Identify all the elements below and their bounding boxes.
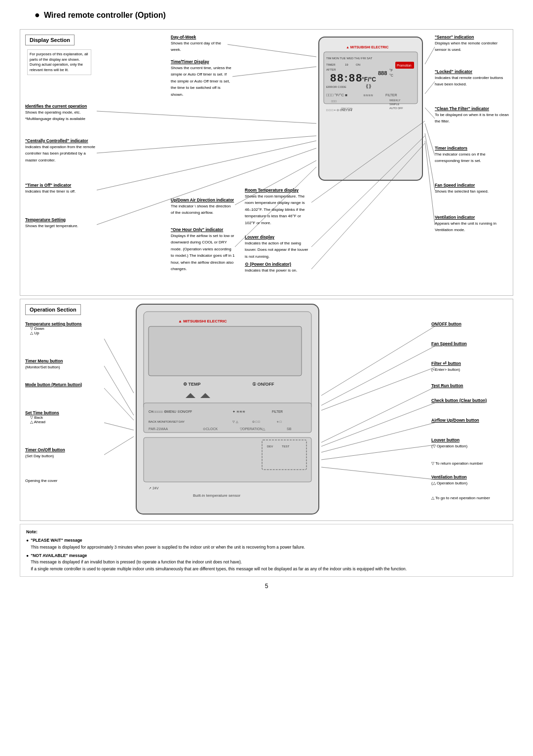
svg-line-79 xyxy=(321,423,435,452)
operation-section-diagram: Operation Section Temperature setting bu… xyxy=(20,299,513,521)
page-number: 5 xyxy=(20,583,513,590)
display-section-diagram: Display Section For purposes of this exp… xyxy=(20,29,513,296)
svg-line-81 xyxy=(321,467,435,479)
svg-line-69 xyxy=(104,339,134,393)
svg-line-70 xyxy=(104,366,134,415)
svg-line-74 xyxy=(321,326,435,396)
svg-line-39 xyxy=(425,108,435,119)
note-please-wait: ● "PLEASE WAIT" message This message is … xyxy=(26,537,507,551)
svg-line-32 xyxy=(235,160,316,205)
svg-line-35 xyxy=(311,136,425,247)
svg-line-33 xyxy=(235,167,316,247)
svg-line-31 xyxy=(232,67,316,77)
svg-line-28 xyxy=(97,141,316,190)
svg-line-40 xyxy=(425,123,435,156)
notes-section: Note: ● "PLEASE WAIT" message This messa… xyxy=(20,524,513,577)
svg-line-37 xyxy=(425,47,435,64)
svg-line-72 xyxy=(104,423,134,430)
svg-line-29 xyxy=(97,148,316,225)
svg-line-34 xyxy=(311,121,425,202)
main-title: Wired remote controller (Option) xyxy=(44,11,166,20)
connector-lines-display xyxy=(20,30,514,296)
svg-line-71 xyxy=(104,388,134,420)
svg-line-75 xyxy=(321,346,435,405)
svg-line-76 xyxy=(321,367,435,410)
svg-line-78 xyxy=(321,403,435,446)
notes-title: Note: xyxy=(26,528,507,535)
note-not-available: ● "NOT AVAILABLE" message This message i… xyxy=(26,553,507,573)
svg-line-80 xyxy=(321,445,435,460)
svg-line-30 xyxy=(228,44,316,57)
connector-lines-operation xyxy=(20,299,514,521)
bullet-point: ● xyxy=(35,10,40,20)
svg-line-27 xyxy=(97,136,316,153)
svg-line-42 xyxy=(425,141,435,225)
svg-line-73 xyxy=(104,437,134,455)
svg-line-77 xyxy=(321,387,435,442)
svg-line-36 xyxy=(311,143,425,269)
svg-line-38 xyxy=(425,81,435,94)
svg-line-26 xyxy=(97,111,316,123)
